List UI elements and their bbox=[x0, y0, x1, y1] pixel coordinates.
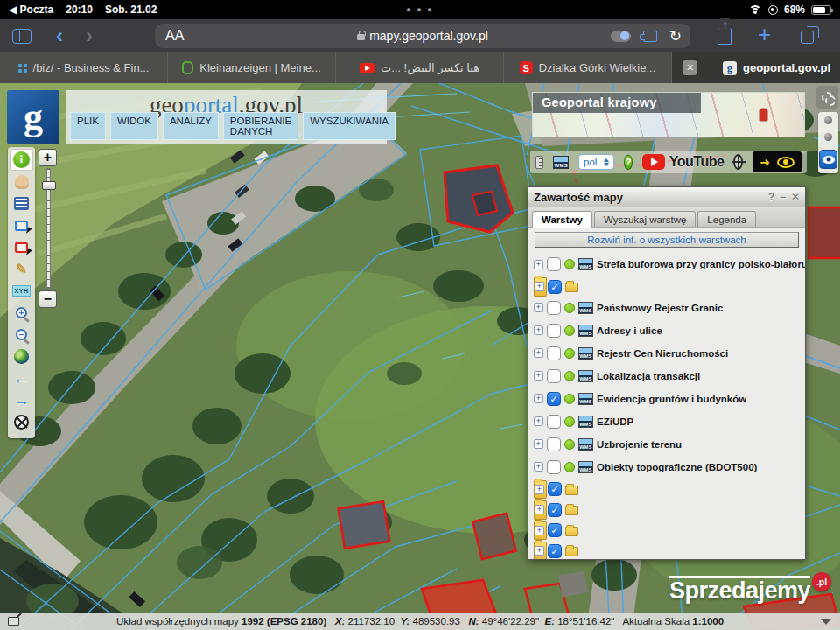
select-rect-red-button[interactable] bbox=[10, 236, 33, 258]
center-map-button[interactable] bbox=[10, 411, 33, 433]
address-bar[interactable]: AA mapy.geoportal.gov.pl ↻ bbox=[155, 24, 690, 48]
layer-checkbox[interactable] bbox=[547, 438, 561, 452]
identify-tool-button[interactable]: i bbox=[10, 149, 33, 171]
menu-widok[interactable]: WIDOK bbox=[110, 112, 158, 140]
expand-layer-icon[interactable]: + bbox=[534, 326, 543, 335]
expand-layer-icon[interactable]: + bbox=[534, 416, 543, 426]
expand-layer-icon[interactable]: + bbox=[534, 371, 543, 381]
layer-checkbox[interactable]: ✓ bbox=[548, 503, 562, 517]
geoportal-logo[interactable]: g bbox=[7, 90, 60, 144]
slider-zoom-in-button[interactable]: + bbox=[38, 149, 57, 166]
zoom-out-button[interactable]: − bbox=[10, 324, 33, 346]
tab-dzialka[interactable]: S Dzialka Górki Wielkie... bbox=[504, 52, 672, 83]
layer-checkbox[interactable]: ✓ bbox=[548, 544, 562, 558]
layer-checkbox[interactable] bbox=[547, 324, 561, 338]
expand-layer-icon[interactable]: + bbox=[534, 260, 543, 270]
expand-layer-icon[interactable]: + bbox=[534, 462, 543, 472]
zoom-slider-handle[interactable] bbox=[42, 181, 56, 190]
expand-layer-icon[interactable]: + bbox=[535, 505, 544, 514]
layer-label[interactable]: Strefa buforowa przy granicy polsko-biał… bbox=[597, 259, 805, 270]
tab-geoportal-active[interactable]: ✕ g geoportal.gov.pl bbox=[672, 52, 840, 83]
expand-layer-icon[interactable]: + bbox=[534, 348, 543, 358]
layer-checkbox[interactable] bbox=[547, 257, 561, 271]
layer-label[interactable]: Uzbrojenie terenu bbox=[597, 439, 682, 450]
layer-label[interactable]: Lokalizacja transakcji bbox=[597, 371, 700, 382]
tab-biz[interactable]: /biz/ - Business & Fin... bbox=[0, 52, 168, 83]
layer-label[interactable]: Rejestr Cen Nieruchomości bbox=[597, 348, 728, 359]
youtube-link[interactable]: YouTube bbox=[642, 154, 724, 170]
full-extent-button[interactable] bbox=[10, 346, 33, 368]
expand-layer-icon[interactable]: + bbox=[535, 526, 544, 536]
select-rect-button[interactable] bbox=[10, 214, 33, 236]
layer-label[interactable]: Państwowy Rejestr Granic bbox=[597, 303, 723, 313]
layer-label[interactable]: Adresy i ulice bbox=[597, 326, 662, 336]
layer-checkbox[interactable]: ✓ bbox=[547, 392, 561, 406]
expand-layer-icon[interactable]: + bbox=[535, 485, 544, 494]
pan-tool-button[interactable] bbox=[10, 171, 33, 192]
forward-button[interactable]: › bbox=[86, 25, 93, 46]
layer-checkbox[interactable]: ✓ bbox=[548, 482, 562, 496]
expand-layer-icon[interactable]: + bbox=[535, 546, 544, 556]
layer-label[interactable]: Obiekty topograficzne (BDOT500) bbox=[597, 462, 757, 472]
back-button[interactable]: ‹ bbox=[56, 25, 63, 46]
reader-toggle-icon[interactable] bbox=[611, 31, 631, 42]
helm-wheel-icon[interactable] bbox=[733, 154, 743, 170]
zoom-slider-track[interactable] bbox=[46, 168, 51, 289]
layer-label[interactable]: EZiUDP bbox=[597, 416, 634, 427]
back-to-app-link[interactable]: ◀ Poczta bbox=[9, 4, 53, 16]
share-button[interactable] bbox=[718, 28, 732, 45]
zoom-in-button[interactable]: + bbox=[10, 302, 33, 324]
slider-zoom-out-button[interactable]: − bbox=[38, 290, 57, 308]
sidebar-toggle-icon[interactable] bbox=[12, 29, 32, 44]
tab-warstwy[interactable]: Warstwy bbox=[532, 211, 592, 228]
layer-checkbox[interactable] bbox=[547, 346, 561, 360]
new-tab-button[interactable]: + bbox=[758, 21, 771, 48]
xyh-tool-button[interactable]: XYH bbox=[10, 280, 33, 302]
expand-layer-icon[interactable]: + bbox=[534, 439, 543, 449]
menu-analizy[interactable]: ANALIZY bbox=[163, 112, 219, 140]
menu-plik[interactable]: PLIK bbox=[70, 112, 106, 140]
layer-checkbox[interactable] bbox=[547, 369, 561, 383]
expand-all-layers-button[interactable]: Rozwiń inf. o wszystkich warstwach bbox=[535, 232, 799, 248]
layer-checkbox[interactable] bbox=[547, 301, 561, 315]
expand-layer-icon[interactable]: + bbox=[535, 282, 544, 291]
mini-dot-icon[interactable] bbox=[824, 133, 832, 141]
menu-wyszukiwania[interactable]: WYSZUKIWANIA bbox=[303, 112, 396, 140]
tab-youtube[interactable]: هيا نكسر البيض! ...ت bbox=[336, 52, 504, 83]
text-size-button[interactable]: AA bbox=[165, 28, 184, 44]
previous-view-button[interactable]: ← bbox=[10, 368, 33, 389]
mini-dot-icon[interactable] bbox=[824, 116, 832, 124]
expand-layer-icon[interactable]: + bbox=[534, 394, 543, 403]
language-select[interactable]: pol bbox=[578, 154, 614, 170]
settings-button[interactable] bbox=[816, 86, 838, 108]
help-button[interactable]: ? bbox=[624, 155, 632, 170]
panel-title-bar[interactable]: Zawartość mapy ? – ✕ bbox=[528, 187, 805, 207]
wms-services-icon[interactable]: WMS bbox=[553, 156, 569, 169]
next-view-button[interactable]: → bbox=[10, 389, 33, 411]
panel-help-button[interactable]: ? bbox=[768, 191, 774, 203]
layer-checkbox[interactable] bbox=[547, 460, 561, 474]
attribute-table-button[interactable] bbox=[10, 192, 33, 214]
expand-layer-icon[interactable]: + bbox=[534, 303, 543, 312]
tab-kleinanzeigen[interactable]: Kleinanzeigen | Meine... bbox=[168, 52, 336, 83]
panel-minimize-button[interactable]: – bbox=[780, 191, 786, 203]
map-viewport[interactable]: g geoportal.gov.pl PLIK WIDOK ANALIZY PO… bbox=[0, 83, 840, 630]
tab-legenda[interactable]: Legenda bbox=[697, 211, 756, 227]
layer-checkbox[interactable]: ✓ bbox=[548, 280, 562, 294]
tab-wyszukaj-warstwe[interactable]: Wyszukaj warstwę bbox=[594, 211, 696, 227]
contrast-eye-icon[interactable] bbox=[777, 157, 794, 168]
reload-button[interactable]: ↻ bbox=[669, 27, 682, 46]
close-tab-icon[interactable]: ✕ bbox=[682, 60, 697, 75]
layer-checkbox[interactable] bbox=[547, 415, 561, 429]
draw-tool-button[interactable]: ✎ bbox=[10, 258, 33, 280]
tab-overview-button[interactable] bbox=[801, 31, 814, 44]
contrast-arrow-icon[interactable]: ➜ bbox=[760, 156, 770, 168]
panel-close-button[interactable]: ✕ bbox=[791, 191, 800, 203]
accessibility-eye-button[interactable] bbox=[819, 150, 837, 169]
legend-list-icon[interactable] bbox=[536, 156, 543, 169]
layer-checkbox[interactable]: ✓ bbox=[548, 523, 562, 537]
extensions-icon[interactable] bbox=[643, 31, 657, 42]
menu-pobieranie-danych[interactable]: POBIERANIE DANYCH bbox=[223, 112, 298, 140]
layer-label[interactable]: Ewidencja gruntów i budynków bbox=[597, 394, 746, 404]
map-variant-banner[interactable]: Geoportal krajowy bbox=[532, 92, 805, 137]
